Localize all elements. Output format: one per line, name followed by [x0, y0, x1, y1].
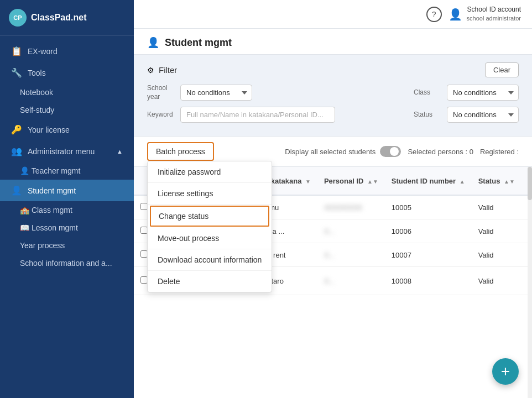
col-personal-id[interactable]: Personal ID ▲▼	[317, 167, 385, 195]
row-status: Valid	[472, 267, 521, 295]
school-year-select[interactable]: No conditions	[180, 85, 252, 101]
dropdown-item-download[interactable]: Download account information	[148, 249, 272, 271]
row-personal-id: XXXXXXXX	[317, 195, 385, 219]
row-personal-id: X...	[317, 243, 385, 267]
svg-text:CP: CP	[13, 14, 22, 21]
row-status: Valid	[472, 195, 521, 219]
page-icon: 👤	[147, 36, 159, 49]
sidebar-item-label: Your license	[28, 125, 70, 134]
tools-icon: 🔧	[11, 67, 22, 78]
admin-icon: 👥	[11, 146, 22, 156]
license-icon: 🔑	[11, 124, 22, 135]
filter-icon: ⚙	[147, 66, 154, 75]
dropdown-item-delete[interactable]: Delete	[148, 271, 272, 292]
exword-icon: 📋	[11, 46, 22, 56]
sidebar-item-adminmenu[interactable]: 👥 Administrator menu ▲	[0, 140, 134, 162]
status-select[interactable]: No conditions	[447, 107, 519, 123]
dropdown-item-init-password[interactable]: Initialize password	[148, 161, 272, 183]
add-button[interactable]: +	[492, 358, 519, 385]
status-field: Status No conditions	[414, 107, 519, 123]
user-details: School ID account school administrator	[467, 5, 521, 23]
sidebar-item-yearprocess[interactable]: Year process	[0, 237, 134, 254]
scrollbar-thumb[interactable]	[528, 167, 532, 200]
selected-count: Selected persons : 0	[408, 148, 473, 156]
main-content: ? 👤 School ID account school administrat…	[134, 0, 532, 398]
row-student-id: 10005	[385, 195, 472, 219]
toolbar: Batch process Initialize password Licens…	[134, 137, 532, 167]
logo[interactable]: CP ClassPad.net	[0, 0, 134, 36]
user-info: 👤 School ID account school administrator	[448, 5, 521, 23]
batch-process-button[interactable]: Batch process	[147, 142, 214, 161]
sidebar-item-label: Self-study	[20, 106, 54, 114]
sidebar-item-label: Class mgmt	[32, 206, 72, 214]
row-status: Valid	[472, 243, 521, 267]
school-year-field: Schoolyear No conditions	[147, 84, 252, 101]
sidebar-item-label: Administrator menu	[28, 147, 95, 156]
sidebar-item-label: Tools	[28, 69, 46, 77]
sidebar-item-label: Student mgmt	[28, 186, 76, 195]
topbar-right: ? 👤 School ID account school administrat…	[426, 5, 521, 23]
col-student-id[interactable]: Student ID number ▲	[385, 167, 472, 195]
col-status[interactable]: Status ▲▼	[472, 167, 521, 195]
sidebar-nav: 📋 EX-word 🔧 Tools Notebook Self-study 🔑 …	[0, 36, 134, 276]
user-avatar-icon: 👤	[448, 8, 462, 21]
display-toggle-label: Display all selected students	[285, 148, 375, 156]
class-select[interactable]: No conditions	[447, 85, 519, 101]
school-year-label: Schoolyear	[147, 84, 175, 101]
clear-button[interactable]: Clear	[485, 62, 519, 77]
row-personal-id: X...	[317, 219, 385, 243]
chevron-up-icon: ▲	[117, 148, 123, 155]
logo-icon: CP	[9, 9, 27, 27]
display-toggle-switch[interactable]	[380, 146, 401, 157]
display-toggle-area: Display all selected students	[285, 146, 401, 157]
scrollbar-track[interactable]	[528, 167, 532, 398]
sidebar-item-label: School information and a...	[20, 259, 112, 268]
class-field: Class No conditions	[414, 85, 519, 101]
sidebar-item-selfstudy[interactable]: Self-study	[0, 101, 134, 119]
sidebar-item-label: Teacher mgmt	[32, 166, 81, 175]
help-button[interactable]: ?	[426, 7, 442, 22]
sidebar-item-exword[interactable]: 📋 EX-word	[0, 40, 134, 62]
row-student-id: 10006	[385, 219, 472, 243]
dropdown-item-license-settings[interactable]: License settings	[148, 183, 272, 205]
filter-header: ⚙ Filter Clear	[147, 62, 519, 77]
account-role: school administrator	[467, 14, 521, 23]
sidebar-item-label: Lesson mgmt	[32, 223, 78, 232]
dropdown-item-change-status[interactable]: Change status	[150, 206, 269, 227]
sidebar-item-teachermgmt[interactable]: 👤 Teacher mgmt	[0, 162, 134, 180]
filter-row-2: Keyword Status No conditions	[147, 107, 519, 123]
sidebar-item-notebook[interactable]: Notebook	[0, 83, 134, 101]
filter-section: ⚙ Filter Clear Schoolyear No conditions …	[134, 55, 532, 137]
logo-text: ClassPad.net	[31, 13, 86, 23]
keyword-input[interactable]	[180, 107, 335, 123]
account-type: School ID account	[467, 5, 521, 14]
sidebar-item-license[interactable]: 🔑 Your license	[0, 119, 134, 140]
dropdown-menu: Initialize password License settings Cha…	[147, 161, 272, 292]
sidebar-item-label: Notebook	[20, 88, 53, 97]
row-student-id: 10007	[385, 243, 472, 267]
page-header: 👤 Student mgmt	[134, 29, 532, 55]
dropdown-item-moveout[interactable]: Move-out process	[148, 228, 272, 249]
sidebar: CP ClassPad.net 📋 EX-word 🔧 Tools Notebo…	[0, 0, 134, 398]
row-student-id: 10008	[385, 267, 472, 295]
status-label: Status	[414, 111, 441, 119]
page-title: Student mgmt	[165, 37, 232, 49]
sidebar-item-classmgmt[interactable]: 🏫 Class mgmt	[0, 201, 134, 219]
topbar: ? 👤 School ID account school administrat…	[134, 0, 532, 29]
row-personal-id: X...	[317, 267, 385, 295]
registered-count: Registered :	[480, 148, 519, 156]
sidebar-item-tools[interactable]: 🔧 Tools	[0, 62, 134, 83]
keyword-label: Keyword	[147, 111, 175, 119]
sidebar-item-label: Year process	[20, 241, 65, 250]
filter-row-1: Schoolyear No conditions Class No condit…	[147, 84, 519, 101]
row-status: Valid	[472, 219, 521, 243]
sidebar-item-schoolinfo[interactable]: School information and a...	[0, 254, 134, 272]
studentmgmt-icon: 👤	[11, 185, 22, 196]
sidebar-item-studentmgmt[interactable]: 👤 Student mgmt	[0, 180, 134, 201]
filter-title: Filter	[159, 65, 177, 75]
class-label: Class	[414, 88, 441, 97]
sidebar-item-label: EX-word	[28, 47, 58, 56]
keyword-field: Keyword	[147, 107, 335, 123]
sidebar-item-lessonmgmt[interactable]: 📖 Lesson mgmt	[0, 219, 134, 237]
